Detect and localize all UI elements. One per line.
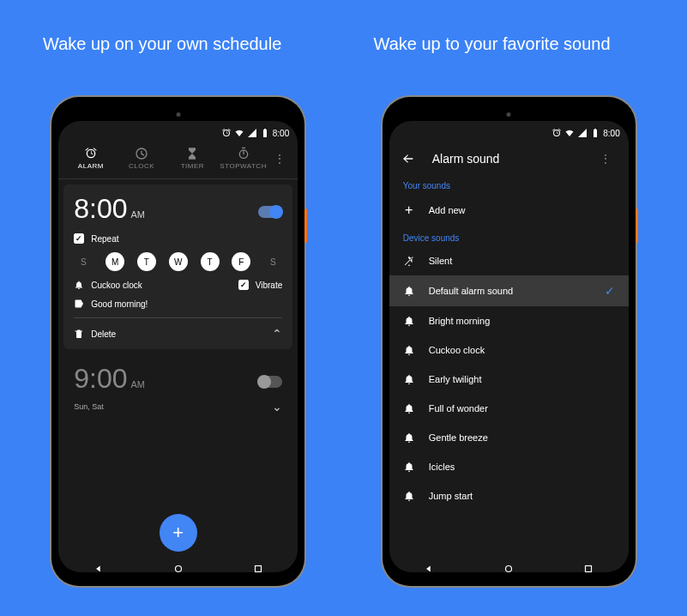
clock-icon [135,147,148,160]
alarm-2-time[interactable]: 9:00 AM [74,363,145,395]
collapse-icon[interactable]: ⌃ [272,327,282,341]
expand-icon[interactable]: ⌄ [272,400,282,414]
days-row: SMTWTFS [74,252,282,271]
alarm-1-time[interactable]: 8:00 AM [74,193,145,225]
home-nav-icon[interactable] [172,563,184,572]
tab-stopwatch[interactable]: STOPWATCH [218,147,268,170]
section-device-sounds: Device sounds [389,226,629,246]
timer-icon [185,147,199,160]
sound-header: Alarm sound ⋮ [389,143,629,174]
day-toggle[interactable]: S [263,252,282,271]
android-navbar [389,559,629,572]
day-toggle[interactable]: T [137,252,156,271]
recent-nav-icon[interactable] [582,563,594,572]
sound-item[interactable]: Icicles [389,452,629,481]
add-new-sound[interactable]: + Add new [389,194,629,226]
sound-item[interactable]: Bright morning [389,306,629,335]
signal-icon [577,128,588,138]
sound-item[interactable]: Silent [389,246,629,275]
day-toggle[interactable]: S [74,252,93,271]
add-alarm-fab[interactable]: + [160,514,197,552]
svg-point-2 [506,566,512,572]
phone-frame-1: 8:00 ALARM CLOCK TIMER [51,97,304,586]
bell-icon [74,280,84,290]
battery-icon [590,128,600,138]
repeat-checkbox[interactable] [74,233,84,244]
wifi-icon [564,128,575,138]
android-navbar [58,559,298,572]
delete-button[interactable]: Delete [74,329,116,339]
alarm-sound-row[interactable]: Cuckoo clock [74,280,142,290]
back-nav-icon[interactable] [423,563,435,572]
bell-icon [403,373,415,385]
wifi-icon [234,128,244,138]
alarm-status-icon [551,128,562,138]
headline-left: Wake up on your own schedule [43,34,314,54]
overflow-menu[interactable]: ⋮ [268,152,291,166]
svg-rect-3 [586,566,592,572]
bell-icon [403,432,415,444]
vibrate-row[interactable]: Vibrate [238,280,283,290]
tab-clock[interactable]: CLOCK [117,147,167,170]
svg-point-0 [175,566,181,572]
sound-item[interactable]: Default alarm sound✓ [389,275,629,306]
statusbar-time: 8:00 [603,129,619,138]
back-nav-icon[interactable] [93,563,105,572]
recent-nav-icon[interactable] [252,563,264,572]
alarm-1-toggle[interactable] [258,206,282,218]
alarm-1-card: 8:00 AM Repeat SMTWTFS Cuckoo clock [63,184,292,349]
page-title: Alarm sound [432,152,577,166]
bell-icon [403,344,415,356]
statusbar: 8:00 [389,123,629,143]
stopwatch-icon [237,147,250,160]
alarm-status-icon [221,128,232,138]
headline-right: Wake up to your favorite sound [374,34,645,54]
alarm-2-summary: Sun, Sat [74,402,104,411]
bell-icon [403,461,415,473]
repeat-row[interactable]: Repeat [74,233,282,244]
bell-icon [403,402,415,414]
svg-rect-1 [255,566,261,572]
day-toggle[interactable]: M [105,252,124,271]
day-toggle[interactable]: W [169,252,188,271]
tab-timer[interactable]: TIMER [167,147,218,170]
tab-alarm[interactable]: ALARM [65,147,116,170]
signal-icon [247,128,257,138]
sound-item[interactable]: Full of wonder [389,394,629,423]
bell-icon [403,285,415,297]
plus-icon: + [403,202,415,218]
statusbar: 8:00 [58,123,298,143]
section-your-sounds: Your sounds [389,174,629,194]
label-icon [74,299,84,309]
statusbar-time: 8:00 [273,129,289,138]
trash-icon [74,329,84,339]
phone-frame-2: 8:00 Alarm sound ⋮ Your sounds + Add new… [383,97,636,586]
battery-icon [260,128,270,138]
bell-icon [403,490,415,502]
back-icon[interactable] [401,152,415,166]
vibrate-checkbox[interactable] [238,280,249,290]
overflow-menu[interactable]: ⋮ [594,152,617,166]
alarm-icon [84,147,98,160]
sound-item[interactable]: Jump start [389,481,629,510]
tabs: ALARM CLOCK TIMER STOPWATCH ⋮ [58,143,298,179]
check-icon: ✓ [605,284,615,298]
day-toggle[interactable]: T [201,252,220,271]
home-nav-icon[interactable] [503,563,515,572]
label-row[interactable]: Good morning! [74,299,282,309]
alarm-2-toggle[interactable] [258,376,282,388]
alarm-2-card: 9:00 AM Sun, Sat ⌄ [58,354,298,422]
bell-off-icon [403,255,415,267]
sound-item[interactable]: Early twilight [389,365,629,394]
day-toggle[interactable]: F [232,252,250,271]
bell-icon [403,315,415,327]
sound-item[interactable]: Gentle breeze [389,423,629,452]
sound-item[interactable]: Cuckoo clock [389,335,629,365]
